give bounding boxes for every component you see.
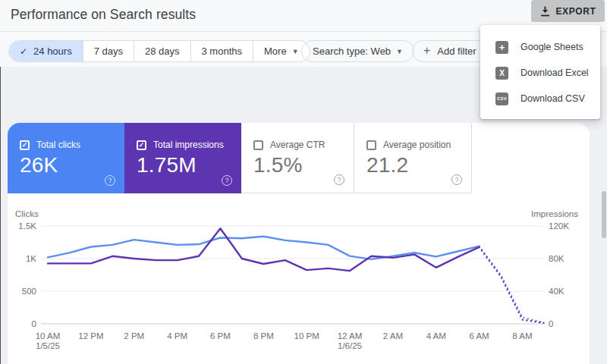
metric-label: Total impressions <box>153 140 224 150</box>
chip-7-days[interactable]: 7 days <box>83 41 134 61</box>
svg-text:10 PM: 10 PM <box>294 331 319 340</box>
svg-text:40K: 40K <box>549 287 565 296</box>
chip-label: 3 months <box>202 46 242 57</box>
metric-label: Total clicks <box>36 140 80 150</box>
csv-icon: CSV <box>495 93 508 105</box>
metric-card-average-ctr[interactable]: ✓ Average CTR 1.5% ? <box>241 123 354 193</box>
checkbox-checked-icon[interactable]: ✓ <box>20 140 30 150</box>
metric-value: 1.5% <box>253 153 303 177</box>
svg-text:6 AM: 6 AM <box>469 331 489 340</box>
search-type-label: Search type: Web <box>313 46 391 57</box>
download-icon <box>540 6 550 17</box>
svg-text:4 AM: 4 AM <box>426 331 446 340</box>
svg-text:12 AM: 12 AM <box>338 331 363 340</box>
svg-text:80K: 80K <box>549 254 565 263</box>
plus-icon: + <box>423 44 430 58</box>
menu-item-label: Google Sheets <box>521 42 583 52</box>
svg-text:1/5/25: 1/5/25 <box>36 341 60 350</box>
chip-28-days[interactable]: 28 days <box>134 41 190 61</box>
add-filter-label: Add filter <box>437 46 476 57</box>
svg-text:500: 500 <box>22 287 36 296</box>
help-icon[interactable]: ? <box>222 175 232 186</box>
export-menu: + Google Sheets X Download Excel CSV Dow… <box>480 25 600 119</box>
check-icon: ✓ <box>20 46 27 57</box>
help-icon[interactable]: ? <box>451 174 462 185</box>
menu-item-label: Download CSV <box>521 93 585 104</box>
svg-text:120K: 120K <box>549 221 569 231</box>
metric-card-total-clicks[interactable]: ✓ Total clicks 26K ? <box>8 123 124 193</box>
chip-label: 7 days <box>94 46 123 57</box>
svg-text:2 PM: 2 PM <box>124 331 144 340</box>
chevron-down-icon: ▼ <box>396 48 403 55</box>
svg-text:4 PM: 4 PM <box>167 331 187 340</box>
svg-text:0: 0 <box>32 319 36 328</box>
chip-24-hours[interactable]: ✓ 24 hours <box>9 41 83 61</box>
chevron-down-icon: ▼ <box>292 48 299 55</box>
checkbox-unchecked-icon[interactable]: ✓ <box>253 140 263 150</box>
svg-text:2 AM: 2 AM <box>383 331 403 340</box>
menu-item-label: Download Excel <box>521 67 589 78</box>
chip-label: 24 hours <box>33 46 72 57</box>
checkbox-checked-icon[interactable]: ✓ <box>137 140 146 150</box>
svg-text:1K: 1K <box>26 254 36 263</box>
svg-text:0: 0 <box>549 319 553 328</box>
menu-item-download-csv[interactable]: CSV Download CSV <box>480 86 600 111</box>
metric-value: 21.2 <box>366 153 408 177</box>
checkbox-unchecked-icon[interactable]: ✓ <box>366 140 376 150</box>
excel-icon: X <box>495 67 508 80</box>
svg-text:1/6/25: 1/6/25 <box>338 341 362 350</box>
export-label: EXPORT <box>556 6 596 17</box>
date-range-chip-group: ✓ 24 hours 7 days 28 days 3 months More … <box>8 40 310 62</box>
metric-card-average-position[interactable]: ✓ Average position 21.2 ? <box>354 123 472 193</box>
search-console-performance-page: Performance on Search results ✓ 24 hours… <box>0 0 607 364</box>
google-sheets-icon: + <box>495 41 508 54</box>
menu-item-download-excel[interactable]: X Download Excel <box>480 60 600 86</box>
search-type-chip[interactable]: Search type: Web ▼ <box>301 40 414 62</box>
help-icon[interactable]: ? <box>105 175 115 186</box>
chip-label: More <box>264 46 287 57</box>
svg-text:12 PM: 12 PM <box>78 331 103 340</box>
svg-text:1.5K: 1.5K <box>18 221 36 231</box>
svg-text:8 AM: 8 AM <box>512 331 532 340</box>
chip-label: 28 days <box>145 46 180 57</box>
metric-value: 26K <box>20 153 58 177</box>
export-button[interactable]: EXPORT <box>531 0 605 22</box>
menu-item-google-sheets[interactable]: + Google Sheets <box>480 34 600 60</box>
help-icon[interactable]: ? <box>334 174 344 185</box>
scrollbar-thumb[interactable] <box>602 191 606 238</box>
metric-label: Average position <box>383 140 451 150</box>
svg-text:8 PM: 8 PM <box>253 331 274 340</box>
metric-label: Average CTR <box>270 140 325 150</box>
page-title: Performance on Search results <box>11 7 196 23</box>
metric-value: 1.75M <box>137 153 197 177</box>
performance-chart[interactable]: 1.5K1K5000120K80K40K010 AM1/5/2512 PM2 P… <box>0 201 607 356</box>
metric-card-total-impressions[interactable]: ✓ Total impressions 1.75M ? <box>124 123 241 193</box>
svg-text:6 PM: 6 PM <box>210 331 231 340</box>
svg-text:10 AM: 10 AM <box>36 331 61 340</box>
chip-3-months[interactable]: 3 months <box>190 41 253 61</box>
